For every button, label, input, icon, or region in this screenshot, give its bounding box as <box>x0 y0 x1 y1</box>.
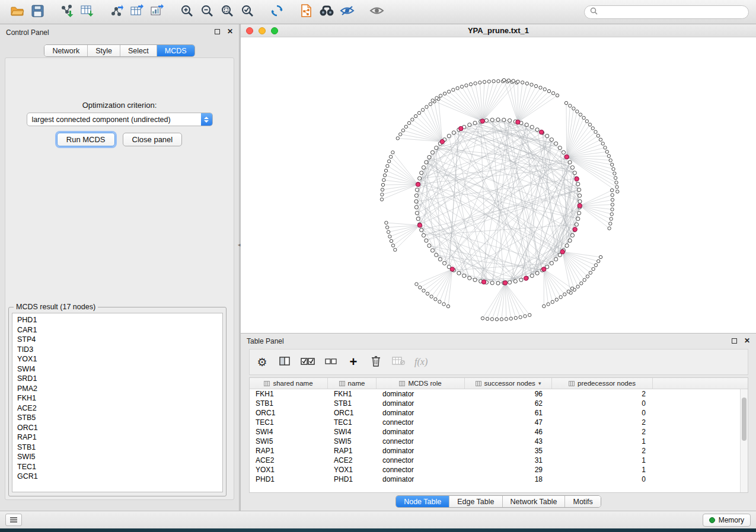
table-row[interactable]: SWI5SWI5connector431 <box>250 437 748 446</box>
cell-predecessor-nodes[interactable]: 2 <box>552 389 653 399</box>
cell-shared-name[interactable]: FKH1 <box>250 389 328 399</box>
apply-layout-button[interactable] <box>267 3 287 21</box>
open-session-button[interactable] <box>7 3 27 21</box>
cell-successor-nodes[interactable]: 18 <box>465 475 552 484</box>
cell-mcds-role[interactable]: connector <box>377 456 465 465</box>
tab-motifs[interactable]: Motifs <box>564 496 600 507</box>
cell-successor-nodes[interactable]: 61 <box>465 408 552 418</box>
cell-name[interactable]: RAP1 <box>328 446 377 456</box>
cell-shared-name[interactable]: ACE2 <box>250 456 328 465</box>
show-columns-button[interactable] <box>278 354 291 370</box>
cell-shared-name[interactable]: STB1 <box>250 399 328 408</box>
mcds-result-list[interactable]: PHD1CAR1STP4TID3YOX1SWI4SRD1PMA2FKH1ACE2… <box>12 313 223 492</box>
mcds-result-item[interactable]: SWI5 <box>12 452 222 462</box>
table-row[interactable]: FKH1FKH1dominator962 <box>250 389 748 399</box>
cell-name[interactable]: ORC1 <box>328 408 377 418</box>
cell-mcds-role[interactable]: dominator <box>377 475 465 484</box>
table-row[interactable]: PHD1PHD1dominator180 <box>250 475 748 484</box>
cell-shared-name[interactable]: SWI4 <box>250 427 328 437</box>
search-input[interactable] <box>601 7 743 17</box>
column-header-name[interactable]: name <box>328 378 377 389</box>
cell-predecessor-nodes[interactable]: 0 <box>552 475 653 484</box>
cell-shared-name[interactable]: ORC1 <box>250 408 328 418</box>
mcds-result-item[interactable]: STB5 <box>12 413 222 423</box>
share-document-button[interactable] <box>296 3 317 21</box>
cell-mcds-role[interactable]: connector <box>377 418 465 427</box>
table-row[interactable]: RAP1RAP1dominator352 <box>250 446 748 456</box>
mcds-result-item[interactable]: SRD1 <box>12 374 222 384</box>
cell-name[interactable]: SWI5 <box>328 437 377 446</box>
cell-mcds-role[interactable]: connector <box>377 437 465 446</box>
tab-network[interactable]: Network <box>44 45 87 56</box>
table-row[interactable]: ACE2ACE2connector311 <box>250 456 748 465</box>
network-graph[interactable] <box>241 37 756 334</box>
cell-name[interactable]: STB1 <box>328 399 377 408</box>
cell-successor-nodes[interactable]: 35 <box>465 446 552 456</box>
tab-node-table[interactable]: Node Table <box>396 496 449 507</box>
cell-name[interactable]: TEC1 <box>328 418 377 427</box>
mcds-result-item[interactable]: RAP1 <box>12 432 222 443</box>
cell-shared-name[interactable]: SWI5 <box>250 437 328 446</box>
mcds-result-item[interactable]: YOX1 <box>12 354 222 364</box>
tab-network-table[interactable]: Network Table <box>502 496 565 507</box>
cell-predecessor-nodes[interactable]: 2 <box>552 446 653 456</box>
float-table-panel-icon[interactable] <box>732 338 737 344</box>
cell-predecessor-nodes[interactable]: 1 <box>552 465 653 475</box>
table-row[interactable]: ORC1ORC1dominator610 <box>250 408 748 418</box>
mcds-result-item[interactable]: GCR1 <box>12 472 222 482</box>
cell-mcds-role[interactable]: dominator <box>377 408 465 418</box>
cell-predecessor-nodes[interactable]: 2 <box>552 418 653 427</box>
hide-selected-button[interactable] <box>337 3 357 21</box>
tab-mcds[interactable]: MCDS <box>157 45 194 56</box>
cell-shared-name[interactable]: YOX1 <box>250 465 328 475</box>
splitter-collapse-icon[interactable]: ◂ <box>238 242 241 248</box>
select-all-button[interactable] <box>301 354 315 370</box>
close-panel-icon[interactable]: ✕ <box>227 28 233 34</box>
cell-successor-nodes[interactable]: 62 <box>465 399 552 408</box>
export-network-button[interactable] <box>107 3 127 21</box>
cell-mcds-role[interactable]: dominator <box>377 389 465 399</box>
zoom-fit-button[interactable] <box>217 3 237 21</box>
column-header-successor-nodes[interactable]: successor nodes ▾ <box>465 378 552 389</box>
cell-successor-nodes[interactable]: 46 <box>465 427 552 437</box>
cell-successor-nodes[interactable]: 96 <box>465 389 552 399</box>
mcds-result-item[interactable]: FKH1 <box>12 393 222 403</box>
cell-shared-name[interactable]: TEC1 <box>250 418 328 427</box>
export-table-button[interactable] <box>127 3 147 21</box>
cell-name[interactable]: PHD1 <box>328 475 377 484</box>
cell-predecessor-nodes[interactable]: 1 <box>552 456 653 465</box>
mcds-result-item[interactable]: TID3 <box>12 345 222 355</box>
close-table-panel-icon[interactable]: ✕ <box>744 338 750 344</box>
tab-style[interactable]: Style <box>87 45 120 56</box>
task-history-button[interactable] <box>5 514 22 526</box>
cell-predecessor-nodes[interactable]: 0 <box>552 408 653 418</box>
zoom-in-button[interactable] <box>177 3 197 21</box>
cell-successor-nodes[interactable]: 29 <box>465 465 552 475</box>
tab-edge-table[interactable]: Edge Table <box>449 496 502 507</box>
cell-name[interactable]: SWI4 <box>328 427 377 437</box>
cell-predecessor-nodes[interactable]: 1 <box>552 437 653 446</box>
float-panel-icon[interactable] <box>215 29 220 34</box>
cell-successor-nodes[interactable]: 43 <box>465 437 552 446</box>
export-image-button[interactable] <box>147 3 167 21</box>
cell-mcds-role[interactable]: dominator <box>377 399 465 408</box>
table-row[interactable]: YOX1YOX1connector291 <box>250 465 748 475</box>
save-session-button[interactable] <box>27 3 47 21</box>
table-scrollbar[interactable] <box>740 389 748 492</box>
cell-successor-nodes[interactable]: 47 <box>465 418 552 427</box>
column-header-predecessor-nodes[interactable]: predecessor nodes <box>552 378 653 389</box>
mcds-result-item[interactable]: PMA2 <box>12 384 222 394</box>
optimization-criterion-dropdown[interactable]: largest connected component (undirected) <box>27 113 213 126</box>
import-network-button[interactable] <box>57 3 77 21</box>
cell-mcds-role[interactable]: dominator <box>377 427 465 437</box>
deselect-all-button[interactable] <box>324 354 337 370</box>
run-mcds-button[interactable]: Run MCDS <box>57 133 115 146</box>
mcds-result-item[interactable]: ACE2 <box>12 403 222 414</box>
table-row[interactable]: SWI4SWI4dominator462 <box>250 427 748 437</box>
zoom-out-button[interactable] <box>197 3 217 21</box>
memory-button[interactable]: Memory <box>703 514 751 527</box>
column-header-shared-name[interactable]: shared name <box>250 378 328 389</box>
table-settings-button[interactable]: ⚙ <box>256 354 269 370</box>
mcds-result-item[interactable]: ORC1 <box>12 423 222 433</box>
tab-select[interactable]: Select <box>120 45 157 56</box>
